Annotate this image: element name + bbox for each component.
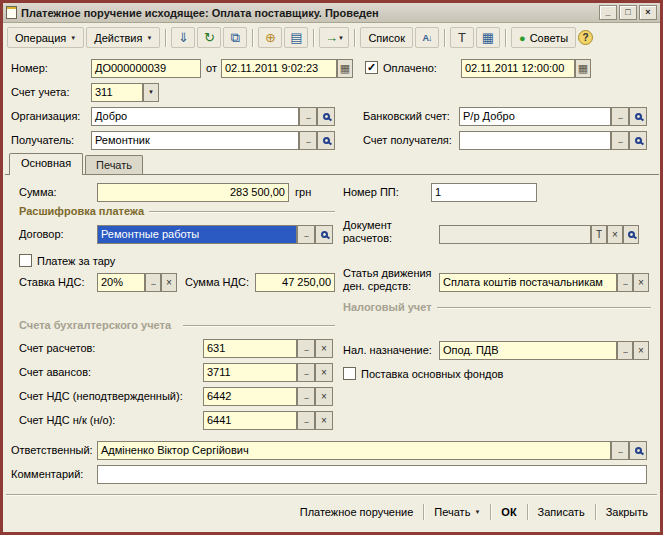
- settlement-account-input[interactable]: 631: [203, 339, 297, 358]
- contract-open-button[interactable]: [315, 225, 333, 244]
- bank-account-select-button[interactable]: ...: [611, 107, 629, 126]
- maximize-button[interactable]: □: [619, 5, 637, 20]
- advance-account-clear-button[interactable]: ×: [315, 363, 333, 382]
- vat-unconfirmed-clear-button[interactable]: ×: [315, 387, 333, 406]
- vat-sum-input[interactable]: 47 250,00: [255, 273, 335, 292]
- ellipsis-icon: ...: [306, 110, 311, 123]
- vat-credit-clear-button[interactable]: ×: [315, 411, 333, 430]
- post-document-button[interactable]: ⇓: [171, 27, 195, 48]
- date-calendar-button[interactable]: ▦: [337, 59, 353, 78]
- open-list-icon: ▤: [290, 30, 302, 45]
- advance-account-select-button[interactable]: ...: [297, 363, 315, 382]
- organization-open-button[interactable]: [317, 107, 335, 126]
- dropdown-arrow-icon: ▼: [338, 35, 344, 41]
- open-list-button[interactable]: ▤: [284, 27, 308, 48]
- cash-flow-input[interactable]: Сплата коштів постачальникам: [439, 273, 617, 292]
- advance-account-input[interactable]: 3711: [203, 363, 297, 382]
- settlement-doc-type-button[interactable]: Т: [591, 225, 607, 244]
- print-button[interactable]: Печать ▼: [427, 504, 487, 520]
- payee-open-button[interactable]: [317, 131, 335, 150]
- magnifier-icon: [635, 113, 642, 120]
- magnifier-icon: [635, 447, 642, 454]
- paid-date-input[interactable]: 02.11.2011 12:00:00: [461, 59, 575, 78]
- bank-account-open-button[interactable]: [629, 107, 647, 126]
- contract-select-button[interactable]: ...: [297, 225, 315, 244]
- cash-flow-label-line2: ден. средств:: [343, 280, 411, 293]
- settlement-doc-input[interactable]: [439, 225, 591, 244]
- calendar-icon: ▦: [340, 63, 350, 74]
- ellipsis-icon: ...: [304, 390, 309, 403]
- payee-input[interactable]: Ремонтник: [91, 131, 299, 150]
- create-based-on-button[interactable]: ⊕: [258, 27, 282, 48]
- date-input[interactable]: 02.11.2011 9:02:23: [221, 59, 337, 78]
- close-button[interactable]: ×: [639, 5, 657, 20]
- responsible-select-button[interactable]: ...: [611, 441, 629, 460]
- organization-input[interactable]: Добро: [91, 107, 299, 126]
- dropdown-arrow-icon: ▼: [148, 86, 154, 99]
- payee-account-input[interactable]: [459, 131, 611, 150]
- bank-account-input[interactable]: Р/р Добро: [459, 107, 611, 126]
- refresh-button[interactable]: ↻: [197, 27, 221, 48]
- settlement-doc-open-button[interactable]: [623, 225, 639, 244]
- vat-rate-select-button[interactable]: ...: [145, 273, 161, 292]
- vat-credit-select-button[interactable]: ...: [297, 411, 315, 430]
- tare-checkbox[interactable]: [19, 254, 32, 267]
- paid-calendar-button[interactable]: ▦: [575, 59, 591, 78]
- structure-button[interactable]: ▦: [476, 27, 500, 48]
- paid-checkbox[interactable]: ✓: [365, 61, 378, 74]
- sort-button[interactable]: A↓: [415, 27, 439, 48]
- tax-purpose-input[interactable]: Опод. ПДВ: [439, 341, 617, 360]
- minimize-button[interactable]: _: [599, 5, 617, 20]
- tips-button[interactable]: ● Советы: [511, 27, 576, 48]
- vat-credit-input[interactable]: 6441: [203, 411, 297, 430]
- operation-menu-button[interactable]: Операция ▼: [7, 27, 84, 48]
- ellipsis-icon: ...: [618, 444, 623, 457]
- payee-select-button[interactable]: ...: [299, 131, 317, 150]
- clear-icon: ×: [638, 344, 644, 357]
- print-button-label: Печать: [434, 506, 470, 518]
- contract-label: Договор:: [19, 228, 64, 241]
- cash-flow-clear-button[interactable]: ×: [633, 273, 649, 292]
- tab-main[interactable]: Основная: [9, 153, 83, 175]
- comment-input[interactable]: [97, 465, 647, 484]
- responsible-input[interactable]: Адміненко Віктор Сергійович: [97, 441, 611, 460]
- hierarchy-button[interactable]: Т: [450, 27, 474, 48]
- help-button[interactable]: ?: [578, 30, 593, 45]
- vat-unconfirmed-input[interactable]: 6442: [203, 387, 297, 406]
- structure-icon: ▦: [482, 30, 494, 45]
- responsible-open-button[interactable]: [629, 441, 647, 460]
- tax-purpose-clear-button[interactable]: ×: [633, 341, 649, 360]
- ok-button[interactable]: ОК: [494, 504, 523, 520]
- settlement-account-select-button[interactable]: ...: [297, 339, 315, 358]
- payee-account-open-button[interactable]: [629, 131, 647, 150]
- sum-input[interactable]: 283 500,00: [97, 183, 289, 202]
- organization-select-button[interactable]: ...: [299, 107, 317, 126]
- cash-flow-select-button[interactable]: ...: [617, 273, 633, 292]
- vat-rate-clear-button[interactable]: ×: [161, 273, 177, 292]
- window-title: Платежное поручение исходящее: Оплата по…: [21, 7, 595, 19]
- go-to-button[interactable]: → ▼: [319, 27, 349, 48]
- save-button[interactable]: Записать: [531, 504, 592, 520]
- settlement-account-clear-button[interactable]: ×: [315, 339, 333, 358]
- list-button[interactable]: Список: [360, 27, 413, 48]
- button-separator: [490, 504, 491, 520]
- vat-rate-input[interactable]: 20%: [97, 273, 145, 292]
- tax-purpose-select-button[interactable]: ...: [617, 341, 633, 360]
- payment-order-button[interactable]: Платежное поручение: [293, 504, 421, 520]
- contract-input[interactable]: Ремонтные работы: [97, 225, 297, 244]
- pp-number-input[interactable]: 1: [431, 183, 537, 202]
- copy-button[interactable]: ⧉: [223, 27, 247, 48]
- number-input[interactable]: ДО000000039: [91, 59, 201, 78]
- close-form-button[interactable]: Закрыть: [599, 504, 655, 520]
- payee-account-select-button[interactable]: ...: [611, 131, 629, 150]
- ellipsis-icon: ...: [623, 276, 628, 289]
- sum-label: Сумма:: [19, 186, 57, 199]
- actions-menu-button[interactable]: Действия ▼: [86, 27, 160, 48]
- fixed-assets-checkbox[interactable]: [343, 367, 356, 380]
- toolbar-separator: [313, 29, 314, 47]
- account-input[interactable]: 311: [91, 83, 143, 102]
- tab-print[interactable]: Печать: [85, 155, 143, 174]
- account-dropdown-button[interactable]: ▼: [143, 83, 159, 102]
- vat-unconfirmed-select-button[interactable]: ...: [297, 387, 315, 406]
- settlement-doc-clear-button[interactable]: ×: [607, 225, 623, 244]
